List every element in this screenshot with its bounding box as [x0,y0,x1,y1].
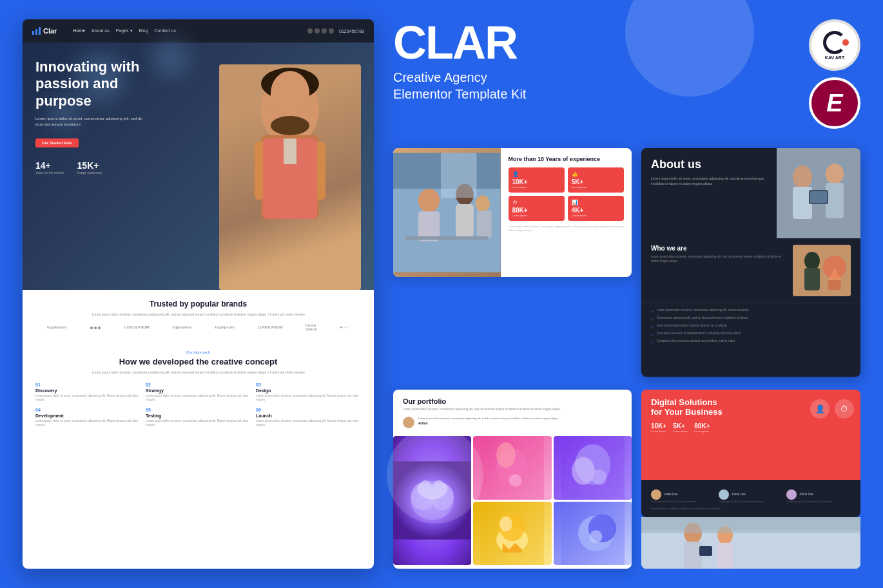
check-mark-5: ✓ [651,340,654,345]
check-mark-4: ✓ [651,332,654,337]
exp-card-desc: Lorem ipsum dolor sit amet, consectetur … [509,225,625,232]
exp-stat-num-4: 4K+ [572,207,620,214]
hero-content: Innovating with passion and purpose Lore… [23,43,374,191]
svg-rect-28 [777,148,860,238]
digital-stat-1: 10K+ Lorem ipsum [651,422,666,433]
about-who-section: Who we are Lorem ipsum dolor sit amet, c… [641,238,860,303]
digital-stat-num-2: 5K+ [673,422,688,430]
portfolio-thumb-svg-1 [473,436,551,500]
about-who-text: Who we are Lorem ipsum dolor sit amet, c… [651,245,786,296]
nav-link-blog[interactable]: Blog [139,28,148,33]
approach-label: Our Approach [35,350,361,354]
svg-rect-20 [441,153,477,198]
svg-point-41 [496,442,516,468]
digital-stat-num-3: 80K+ [694,422,710,430]
badges-area: KAV ART E [809,19,860,129]
exp-card-title: More than 10 Years of experience [509,156,625,162]
website-preview-panel: Clar Home About us Pages ▾ Blog Contact … [23,19,374,569]
approach-section: Our Approach How we developed the creati… [23,341,374,569]
digital-bottom-grid: Joelle Doe Lorem ipsum dolor sit amet co… [651,489,851,504]
check-text-3: Quis nostrud exercitation ullamco labori… [657,324,726,328]
hero-nav: Clar Home About us Pages ▾ Blog Contact … [23,19,374,43]
brand-logo-5: logolpsum [215,325,235,329]
digital-stat-label-1: Lorem ipsum [651,430,666,433]
check-item-4: ✓ Duis aute irure dolor in reprehenderit… [651,332,851,337]
portfolio-thumb-3[interactable] [473,502,551,565]
brands-section: Trusted by popular brands Lorem ipsum do… [23,290,374,341]
portfolio-thumb-svg-3 [473,502,551,565]
nav-link-contact[interactable]: Contact us [155,28,176,33]
nav-link-home[interactable]: Home [73,28,85,33]
digital-person-name-3: Johne Doe [799,493,813,496]
brand-logo-8: ●○○○ [340,325,350,329]
about-who-desc: Lorem ipsum dolor sit amet, consectetur … [651,255,786,264]
svg-rect-31 [804,268,820,290]
digital-person-3: Johne Doe [786,489,851,500]
nav-logo: Clar [32,27,57,35]
digital-col-text-1: Lorem ipsum dolor sit amet consectetur [651,500,715,504]
brands-title: Trusted by popular brands [35,299,361,308]
svg-rect-62 [641,517,860,533]
approach-item-4: 04 Development Lorem ipsum dolor sit ame… [35,408,141,428]
about-card: About us Lorem ipsum dolor sit amet, con… [641,148,860,377]
hero-stat-num-1: 14+ [35,160,64,171]
brands-subtitle: Lorem ipsum dolor sit amet, consectetur … [35,312,361,317]
about-card-title: About us [651,158,767,171]
brands-logos: logolpsum ●●● LOGOLPSUM logolpsum logolp… [35,323,361,331]
kav-badge-inner: KAV ART [823,31,846,60]
nav-link-pages[interactable]: Pages ▾ [116,28,133,33]
digital-icon-1: 👤 [810,399,830,419]
svg-rect-16 [456,204,474,237]
approach-item-1: 01 Discovery Lorem ipsum dolor sit amet,… [35,383,141,403]
hero-stat-label-2: Happy customers [77,171,102,175]
kav-text: KAV ART [823,55,846,60]
exp-card-image [393,148,501,277]
svg-point-30 [804,252,820,270]
digital-person-name-2: Johne Doe [732,493,746,496]
check-item-2: ✓ Consectetur adipiscing elit, sed do ei… [651,316,851,321]
hero-cta-button[interactable]: Get Started Now [35,138,79,147]
exp-stat-1: 👤 10K+ Lorem ipsum [509,167,565,193]
svg-point-17 [476,195,490,212]
nav-social [307,28,334,33]
digital-desc: Excepteur sint occaecat cupidatat non pr… [651,507,851,511]
digital-stat-label-3: Lorem ipsum [694,430,710,433]
bottom-preview-svg [641,517,860,569]
exp-stat-num-2: 5K+ [572,178,620,185]
portfolio-thumb-4[interactable] [554,502,632,565]
approach-title: How we developed the creative concept [35,357,361,366]
brand-logo-1: logolpsum [47,325,66,329]
svg-point-42 [509,474,522,487]
svg-rect-56 [641,530,860,569]
experience-card: More than 10 Years of experience 👤 10K+ … [393,148,632,277]
portfolio-thumb-1[interactable] [473,436,551,500]
exp-stat-icon-3: ⏱ [512,200,561,205]
approach-grid: 01 Discovery Lorem ipsum dolor sit amet,… [35,383,361,427]
portfolio-title: Our portfolio [403,397,622,405]
brand-tagline: Creative Agency Elementor Template Kit [393,69,809,102]
check-text-1: Lorem ipsum dolor sit amet, consectetur … [657,308,749,312]
check-mark-2: ✓ [651,317,654,321]
check-item-1: ✓ Lorem ipsum dolor sit amet, consectetu… [651,308,851,314]
brand-logo-3: LOGOLPSUM [124,325,150,329]
svg-rect-58 [684,542,702,569]
digital-stat-3: 80K+ Lorem ipsum [694,422,710,433]
preview-cards-row1: More than 10 Years of experience 👤 10K+ … [393,148,860,377]
digital-person-name-1: Joelle Doe [664,493,677,496]
about-card-hero: About us Lorem ipsum dolor sit amet, con… [641,148,860,238]
portfolio-thumb-svg-4 [554,502,632,565]
exp-stat-label-2: Lorem ipsum [572,185,620,189]
svg-rect-61 [699,546,712,556]
digital-solutions-card: Digital Solutions for Your Business 10K+… [641,390,860,569]
nav-link-about[interactable]: About us [92,28,110,33]
about-who-title: Who we are [651,245,786,252]
portfolio-thumb-2[interactable] [554,436,632,500]
brand-logo-7: loremipsum [306,323,317,331]
check-item-3: ✓ Quis nostrud exercitation ullamco labo… [651,324,851,329]
about-checklist: ✓ Lorem ipsum dolor sit amet, consectetu… [641,303,860,352]
approach-item-3: 03 Design Lorem ipsum dolor sit amet, co… [256,383,361,403]
elementor-letter: E [826,90,842,117]
svg-point-50 [500,516,512,531]
portfolio-avatar [403,417,414,428]
elementor-badge: E [809,77,860,129]
